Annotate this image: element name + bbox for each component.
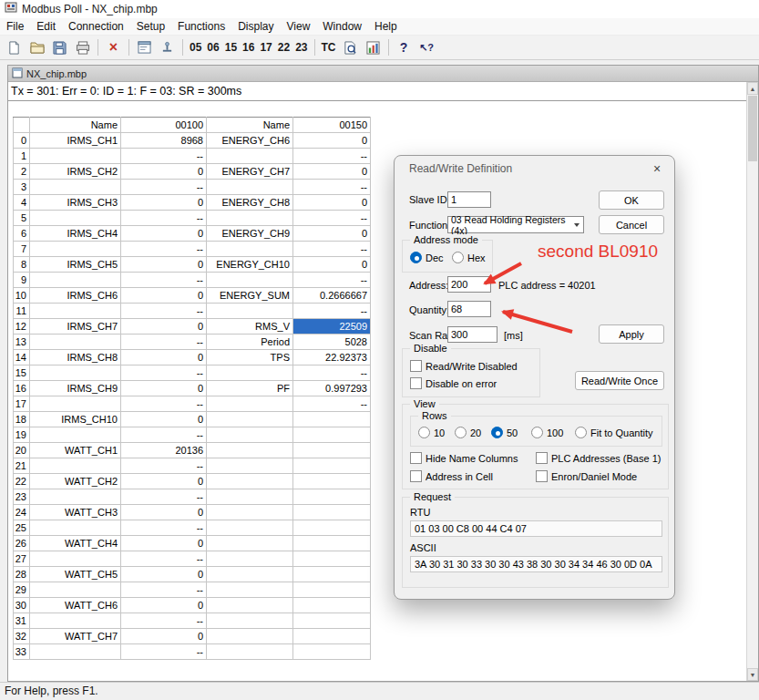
name-cell[interactable] — [30, 335, 121, 350]
value-cell[interactable]: -- — [121, 396, 207, 412]
menu-file[interactable]: File — [0, 18, 30, 35]
chevron-down-icon[interactable] — [571, 217, 583, 232]
radio-rows-20[interactable]: 20 — [455, 427, 481, 438]
name-cell[interactable] — [207, 396, 293, 412]
menu-display[interactable]: Display — [231, 18, 280, 35]
value-cell[interactable] — [293, 551, 371, 567]
menu-setup[interactable]: Setup — [130, 18, 171, 35]
value-cell[interactable]: -- — [293, 242, 371, 257]
name-cell[interactable] — [30, 396, 121, 412]
value-cell[interactable]: -- — [293, 211, 371, 226]
value-cell[interactable] — [293, 489, 371, 505]
display-setup-icon[interactable] — [134, 37, 155, 57]
name-cell[interactable] — [207, 567, 293, 582]
value-cell[interactable]: -- — [121, 582, 207, 598]
checkbox-label[interactable]: Read/Write Disabled — [426, 361, 518, 372]
communication-icon[interactable] — [157, 37, 178, 57]
value-cell[interactable] — [293, 520, 371, 536]
value-cell[interactable]: 0 — [293, 195, 371, 211]
value-cell[interactable]: -- — [121, 273, 207, 288]
checkbox-box[interactable] — [410, 360, 422, 372]
register-00100-header[interactable]: 00100 — [121, 118, 207, 133]
radio-dot[interactable] — [575, 427, 587, 438]
value-cell[interactable]: -- — [121, 180, 207, 195]
radio-dec[interactable]: Dec — [410, 252, 444, 263]
value-cell[interactable]: -- — [121, 427, 207, 443]
checkbox-box[interactable] — [410, 452, 422, 464]
checkbox-label[interactable]: Enron/Daniel Mode — [551, 471, 637, 482]
name-cell[interactable]: ENERGY_CH6 — [207, 133, 293, 149]
value-cell[interactable] — [293, 567, 371, 582]
radio-rows-10[interactable]: 10 — [418, 427, 445, 438]
value-cell[interactable] — [293, 458, 371, 474]
name-cell[interactable] — [30, 273, 121, 288]
value-cell[interactable]: 0 — [121, 319, 207, 335]
hide-name-columns-checkbox[interactable]: Hide Name Columns — [410, 452, 518, 464]
name-cell[interactable] — [30, 149, 121, 164]
apply-button[interactable]: Apply — [599, 324, 664, 344]
value-cell[interactable]: 0 — [121, 226, 207, 242]
value-cell[interactable] — [293, 427, 371, 443]
value-cell[interactable]: 0 — [121, 598, 207, 613]
value-cell[interactable]: -- — [121, 489, 207, 505]
value-cell[interactable] — [293, 613, 371, 629]
value-cell[interactable]: -- — [121, 149, 207, 164]
radio-dot[interactable] — [455, 427, 467, 438]
value-cell[interactable]: 22509 — [293, 319, 371, 335]
name-cell[interactable]: IRMS_CH5 — [30, 257, 121, 273]
save-icon[interactable] — [49, 37, 70, 57]
toolbar-function-06[interactable]: 06 — [205, 38, 221, 57]
disable-on-error-checkbox[interactable]: Disable on error — [410, 377, 497, 389]
document-title-bar[interactable]: NX_chip.mbp — [8, 66, 758, 82]
value-cell[interactable]: -- — [121, 458, 207, 474]
checkbox-label[interactable]: Hide Name Columns — [426, 453, 518, 464]
checkbox-box[interactable] — [410, 470, 422, 482]
value-cell[interactable]: 0.997293 — [293, 381, 371, 396]
menu-connection[interactable]: Connection — [62, 18, 130, 35]
value-cell[interactable]: -- — [121, 304, 207, 319]
name-cell[interactable] — [207, 582, 293, 598]
value-cell[interactable] — [293, 505, 371, 520]
name-cell[interactable]: WATT_CH1 — [30, 443, 121, 458]
checkbox-label[interactable]: Disable on error — [426, 378, 497, 389]
name-cell[interactable]: WATT_CH2 — [30, 474, 121, 489]
value-cell[interactable]: -- — [293, 149, 371, 164]
value-cell[interactable]: -- — [121, 551, 207, 567]
address-in-cell-checkbox[interactable]: Address in Cell — [410, 470, 493, 482]
name-cell[interactable]: WATT_CH6 — [30, 598, 121, 613]
name-cell[interactable] — [207, 412, 293, 427]
print-icon[interactable] — [72, 37, 93, 57]
name-cell[interactable] — [30, 520, 121, 536]
disconnect-icon[interactable]: × — [103, 37, 124, 57]
value-cell[interactable]: 0 — [293, 164, 371, 180]
radio-label[interactable]: 50 — [507, 427, 518, 438]
radio-dot[interactable] — [491, 427, 503, 438]
name-cell[interactable] — [207, 458, 293, 474]
name-cell[interactable] — [30, 180, 121, 195]
name-cell[interactable]: IRMS_CH7 — [30, 319, 121, 335]
value-cell[interactable]: -- — [293, 304, 371, 319]
radio-rows-100[interactable]: 100 — [531, 427, 563, 438]
value-cell[interactable]: 0 — [121, 288, 207, 304]
name-cell[interactable] — [207, 443, 293, 458]
name-cell[interactable] — [207, 427, 293, 443]
help-icon[interactable]: ? — [394, 37, 415, 57]
value-cell[interactable]: -- — [293, 365, 371, 381]
ok-button[interactable]: OK — [599, 190, 664, 210]
name-cell[interactable]: IRMS_CH2 — [30, 164, 121, 180]
toolbar-function-16[interactable]: 16 — [241, 38, 256, 57]
menu-edit[interactable]: Edit — [30, 18, 62, 35]
radio-dec-label[interactable]: Dec — [426, 252, 444, 263]
cancel-button[interactable]: Cancel — [599, 215, 664, 234]
menu-functions[interactable]: Functions — [171, 18, 231, 35]
value-cell[interactable]: 0 — [293, 133, 371, 149]
name-column-header[interactable]: Name — [30, 118, 121, 133]
value-cell[interactable] — [293, 629, 371, 644]
scan-rate-input[interactable] — [447, 326, 497, 343]
toolbar-function-23[interactable]: 23 — [293, 38, 309, 57]
name-cell[interactable] — [207, 365, 293, 381]
radio-label[interactable]: 10 — [434, 427, 445, 438]
value-cell[interactable]: -- — [121, 613, 207, 629]
checkbox-box[interactable] — [536, 470, 548, 482]
radio-dot[interactable] — [452, 252, 464, 263]
